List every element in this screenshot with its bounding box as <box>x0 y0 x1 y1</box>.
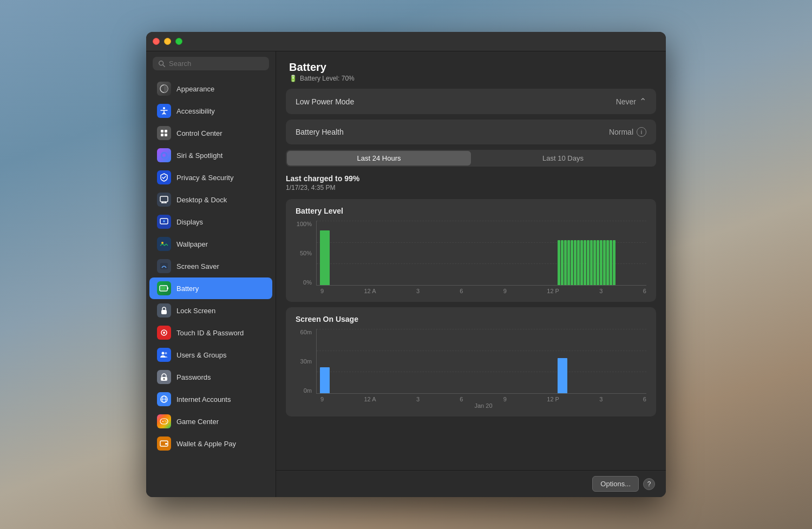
stepper-icon: ⌃ <box>639 96 646 107</box>
screen-chart-wrapper: 60m 30m 0m <box>296 329 646 394</box>
low-power-mode-label: Low Power Mode <box>296 97 354 106</box>
tab-10d[interactable]: Last 10 Days <box>471 151 655 166</box>
passwords-icon <box>157 370 171 384</box>
battery-icon-small: 🔋 <box>289 75 297 82</box>
search-bar[interactable] <box>153 57 269 70</box>
svg-point-0 <box>159 61 163 65</box>
battery-bar-2 <box>558 240 617 285</box>
controlcenter-label: Control Center <box>176 129 222 137</box>
battery-chart-wrapper: 100% 50% 0% <box>296 221 646 286</box>
sidebar-item-lockscreen[interactable]: Lock Screen <box>149 300 272 321</box>
gamecenter-label: Game Center <box>176 418 219 426</box>
sidebar-item-battery[interactable]: Battery <box>149 277 272 299</box>
screensaver-label: Screen Saver <box>176 262 219 270</box>
battery-chart-area <box>316 221 646 286</box>
svg-rect-6 <box>161 134 163 136</box>
svg-rect-37 <box>165 443 167 445</box>
screen-y-labels: 60m 30m 0m <box>296 329 316 394</box>
touchid-icon <box>157 326 171 340</box>
passwords-label: Passwords <box>176 373 211 381</box>
sidebar-item-gamecenter[interactable]: Game Center <box>149 411 272 432</box>
close-button[interactable] <box>153 38 160 45</box>
maximize-button[interactable] <box>175 38 182 45</box>
svg-point-34 <box>165 420 166 421</box>
search-icon <box>158 60 166 68</box>
svg-point-25 <box>165 352 167 354</box>
svg-rect-20 <box>161 287 166 290</box>
accessibility-label: Accessibility <box>176 107 215 115</box>
help-button[interactable]: ? <box>643 478 655 490</box>
battery-icon <box>157 281 171 295</box>
low-power-mode-value[interactable]: Never ⌃ <box>616 96 646 107</box>
sidebar: AppearanceAccessibilityControl CenterSir… <box>146 51 276 497</box>
sidebar-item-privacy[interactable]: Privacy & Security <box>149 167 272 188</box>
sidebar-item-desktop[interactable]: Desktop & Dock <box>149 189 272 210</box>
tab-switcher: Last 24 Hours Last 10 Days <box>286 150 656 167</box>
battery-health-row: Battery Health Normal i <box>286 120 656 144</box>
sidebar-item-passwords[interactable]: Passwords <box>149 366 272 388</box>
sidebar-item-displays[interactable]: Displays <box>149 211 272 233</box>
battery-health-value: Normal i <box>609 127 646 137</box>
sidebar-item-accessibility[interactable]: Accessibility <box>149 100 272 122</box>
svg-rect-19 <box>167 287 168 289</box>
gamecenter-icon <box>157 414 171 428</box>
svg-rect-9 <box>160 196 168 202</box>
sidebar-item-screensaver[interactable]: Screen Saver <box>149 255 272 277</box>
screen-chart-section: Screen On Usage 60m 30m 0m <box>286 307 656 416</box>
sidebar-item-touchid[interactable]: Touch ID & Password <box>149 322 272 343</box>
desktop-label: Desktop & Dock <box>176 196 227 204</box>
touchid-label: Touch ID & Password <box>176 329 244 337</box>
siri-icon <box>157 148 171 162</box>
lockscreen-label: Lock Screen <box>176 307 215 315</box>
sidebar-item-wallpaper[interactable]: Wallpaper <box>149 233 272 255</box>
svg-rect-15 <box>160 241 168 247</box>
grid-line-top <box>317 221 646 221</box>
screen-grid-top <box>317 329 646 329</box>
options-button[interactable]: Options... <box>592 476 639 492</box>
screen-grid-mid2 <box>317 372 646 372</box>
panel-content: Low Power Mode Never ⌃ Battery Health No… <box>276 89 666 470</box>
internet-icon <box>157 392 171 406</box>
jan20-label: Jan 20 <box>296 402 646 409</box>
svg-point-35 <box>166 421 167 422</box>
tab-24h[interactable]: Last 24 Hours <box>287 151 471 166</box>
svg-point-27 <box>163 378 165 380</box>
internet-label: Internet Accounts <box>176 395 231 404</box>
sidebar-item-siri[interactable]: Siri & Spotlight <box>149 144 272 166</box>
privacy-label: Privacy & Security <box>176 174 233 182</box>
last-charged-title: Last charged to 99% <box>286 174 656 183</box>
svg-rect-4 <box>161 130 163 133</box>
controlcenter-icon <box>157 126 171 140</box>
lockscreen-icon <box>157 303 171 318</box>
sidebar-item-internet[interactable]: Internet Accounts <box>149 388 272 410</box>
wallpaper-label: Wallpaper <box>176 240 208 248</box>
page-title: Battery <box>289 61 653 74</box>
wallpaper-icon <box>157 237 171 251</box>
minimize-button[interactable] <box>164 38 171 45</box>
main-panel: Battery 🔋 Battery Level: 70% Low Power M… <box>276 51 666 497</box>
screensaver-icon <box>157 259 171 273</box>
svg-line-1 <box>163 65 165 67</box>
desktop-icon <box>157 193 171 207</box>
svg-rect-21 <box>161 310 167 314</box>
siri-label: Siri & Spotlight <box>176 151 222 160</box>
svg-rect-7 <box>165 134 167 136</box>
panel-header: Battery 🔋 Battery Level: 70% <box>276 51 666 89</box>
content-area: AppearanceAccessibilityControl CenterSir… <box>146 51 666 497</box>
wallet-label: Wallet & Apple Pay <box>176 440 236 448</box>
svg-point-23 <box>163 332 165 334</box>
info-icon[interactable]: i <box>637 127 646 137</box>
sidebar-item-controlcenter[interactable]: Control Center <box>149 122 272 144</box>
search-input[interactable] <box>169 59 264 68</box>
sidebar-item-users[interactable]: Users & Groups <box>149 344 272 366</box>
wallet-icon <box>157 437 171 451</box>
last-charged-date: 1/17/23, 4:35 PM <box>286 184 656 191</box>
system-preferences-window: AppearanceAccessibilityControl CenterSir… <box>146 32 666 497</box>
battery-chart-section: Battery Level 100% 50% 0% <box>286 199 656 302</box>
sidebar-item-appearance[interactable]: Appearance <box>149 78 272 100</box>
users-label: Users & Groups <box>176 351 226 359</box>
screen-bar-1 <box>320 367 330 393</box>
battery-y-labels: 100% 50% 0% <box>296 221 316 286</box>
sidebar-item-wallet[interactable]: Wallet & Apple Pay <box>149 433 272 454</box>
users-icon <box>157 348 171 362</box>
